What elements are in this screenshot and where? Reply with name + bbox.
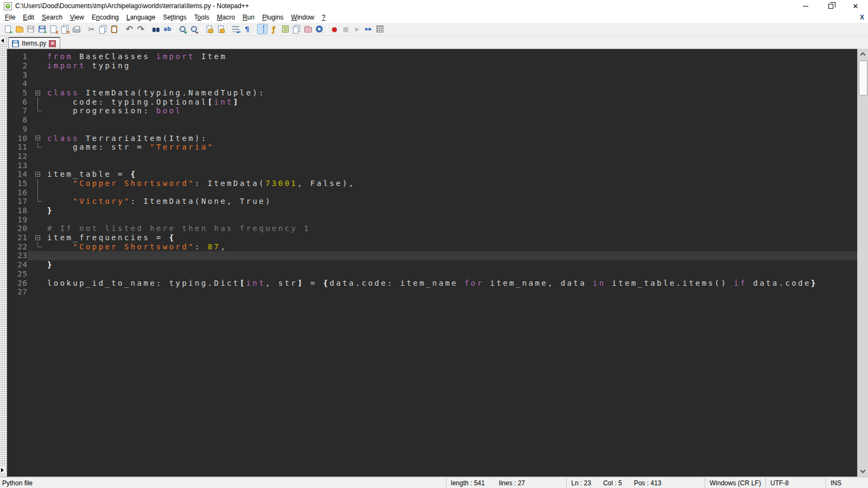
code-line-24[interactable]: 24}	[7, 260, 857, 269]
dock-splitter-strip[interactable]	[0, 36, 7, 477]
code-line-16[interactable]: 16	[7, 188, 857, 197]
menu-file[interactable]: File	[1, 12, 19, 22]
code-line-10[interactable]: 10class TerrariaItem(Item):	[7, 133, 857, 143]
menu-macro[interactable]: Macro	[213, 12, 239, 22]
code-line-23[interactable]: 23	[7, 251, 857, 260]
macro-stop-button[interactable]: ■	[341, 24, 351, 34]
code-line-4[interactable]: 4	[7, 79, 857, 88]
status-eol-format[interactable]: Windows (CR LF)	[706, 478, 765, 488]
menu-language[interactable]: Language	[123, 12, 159, 22]
fold-margin-open[interactable]	[28, 88, 47, 98]
code-line-19[interactable]: 19	[7, 215, 857, 224]
file-monitoring-button[interactable]	[314, 24, 324, 34]
code-line-5[interactable]: 5class ItemData(typing.NamedTuple):	[7, 88, 857, 98]
menu-search[interactable]: Search	[38, 12, 66, 22]
menu-edit[interactable]: Edit	[19, 12, 38, 22]
find-button[interactable]	[151, 24, 161, 34]
sync-horizontal-scroll-button[interactable]	[215, 24, 226, 34]
menu-settings[interactable]: Settings	[159, 12, 190, 22]
menu-tools[interactable]: Tools	[190, 12, 213, 22]
scroll-down-button[interactable]	[858, 467, 868, 477]
show-all-characters-button[interactable]: ¶	[242, 24, 252, 34]
code-line-11[interactable]: 11 game: str = "Terraria"	[7, 143, 857, 152]
fold-collapse-icon[interactable]	[35, 172, 40, 177]
menu-window[interactable]: Window	[288, 12, 318, 22]
code-line-14[interactable]: 14item_table = {	[7, 170, 857, 179]
code-line-20[interactable]: 20# If not listed here then has frequenc…	[7, 224, 857, 233]
code-line-6[interactable]: 6 code: typing.Optional[int]	[7, 97, 857, 106]
new-file-button[interactable]	[3, 24, 13, 34]
fold-margin-open[interactable]	[28, 133, 47, 143]
menu-view[interactable]: View	[66, 12, 88, 22]
menu-encoding[interactable]: Encoding	[88, 12, 123, 22]
tab-close-icon[interactable]: ✕	[49, 40, 56, 47]
vertical-scrollbar[interactable]	[857, 49, 868, 477]
code-line-2[interactable]: 2import typing	[7, 61, 857, 70]
restore-button[interactable]	[818, 0, 843, 12]
function-list-button[interactable]: ƒ	[269, 24, 279, 34]
copy-button[interactable]	[98, 24, 108, 34]
scroll-up-button[interactable]	[858, 49, 868, 58]
code-line-22[interactable]: 22 "Copper Shortsword": 87,	[7, 242, 857, 251]
menu-help[interactable]: ?	[318, 12, 329, 22]
menu-plugins[interactable]: Plugins	[258, 12, 287, 22]
status-caret-position[interactable]: Ln : 23 Col : 5 Pos : 413	[567, 478, 705, 488]
show-indent-guide-button[interactable]	[257, 24, 267, 34]
code-line-9[interactable]: 9	[7, 125, 857, 134]
paste-button[interactable]	[109, 24, 119, 34]
cut-button[interactable]: ✂	[86, 24, 97, 34]
code-editor[interactable]: 1from BaseClasses import Item2import typ…	[7, 49, 857, 477]
document-list-button[interactable]	[291, 24, 302, 34]
save-all-button[interactable]	[37, 24, 47, 34]
fold-margin-mid[interactable]	[28, 179, 47, 188]
fold-collapse-icon[interactable]	[35, 235, 40, 240]
close-all-button[interactable]	[60, 24, 70, 34]
undo-button[interactable]: ↶	[124, 24, 135, 34]
fold-collapse-icon[interactable]	[35, 136, 40, 140]
close-file-button[interactable]	[48, 24, 59, 34]
menu-run[interactable]: Run	[239, 12, 258, 22]
sync-vertical-scroll-button[interactable]	[204, 24, 214, 34]
word-wrap-button[interactable]	[231, 24, 241, 34]
document-map-button[interactable]	[280, 24, 290, 34]
code-line-12[interactable]: 12	[7, 152, 857, 161]
code-line-27[interactable]: 27	[7, 287, 857, 297]
fold-margin-mid[interactable]	[28, 97, 47, 106]
minimize-button[interactable]	[793, 0, 818, 12]
code-line-18[interactable]: 18}	[7, 206, 857, 215]
fold-margin-end[interactable]	[28, 197, 47, 206]
code-line-13[interactable]: 13	[7, 160, 857, 170]
code-line-8[interactable]: 8	[7, 115, 857, 125]
print-button[interactable]	[71, 24, 81, 34]
redo-button[interactable]: ↷	[136, 24, 146, 34]
dock-collapse-right-icon[interactable]	[1, 468, 4, 472]
code-line-3[interactable]: 3	[7, 70, 857, 79]
code-line-1[interactable]: 1from BaseClasses import Item	[7, 52, 857, 61]
status-typing-mode[interactable]: INS	[827, 478, 868, 488]
code-line-21[interactable]: 21item_frequencies = {	[7, 233, 857, 242]
code-line-25[interactable]: 25	[7, 269, 857, 279]
replace-button[interactable]: ab	[162, 24, 173, 34]
fold-collapse-icon[interactable]	[35, 91, 40, 95]
fold-margin-open[interactable]	[28, 170, 47, 179]
fold-margin-end[interactable]	[28, 242, 47, 251]
macro-play-button[interactable]: ▶	[352, 24, 362, 34]
code-line-7[interactable]: 7 progression: bool	[7, 106, 857, 115]
zoom-in-button[interactable]	[177, 24, 188, 34]
code-line-26[interactable]: 26lookup_id_to_name: typing.Dict[int, st…	[7, 278, 857, 287]
macro-record-button[interactable]: ●	[329, 24, 340, 34]
close-document-button[interactable]: X	[860, 14, 864, 21]
fold-margin-end[interactable]	[28, 106, 47, 115]
status-encoding[interactable]: UTF-8	[767, 478, 826, 488]
macro-save-button[interactable]	[375, 24, 385, 34]
scrollbar-thumb[interactable]	[859, 61, 867, 95]
tab-items-py[interactable]: Items.py ✕	[8, 37, 60, 49]
fold-margin-end[interactable]	[28, 143, 47, 152]
save-button[interactable]	[25, 24, 36, 34]
dock-collapse-left-icon[interactable]	[1, 38, 4, 43]
macro-run-multiple-button[interactable]: ▶▶	[363, 24, 374, 34]
open-file-button[interactable]	[14, 24, 24, 34]
code-line-15[interactable]: 15 "Copper Shortsword": ItemData(73001, …	[7, 179, 857, 188]
folder-as-workspace-button[interactable]	[303, 24, 313, 34]
fold-margin-open[interactable]	[28, 233, 47, 242]
